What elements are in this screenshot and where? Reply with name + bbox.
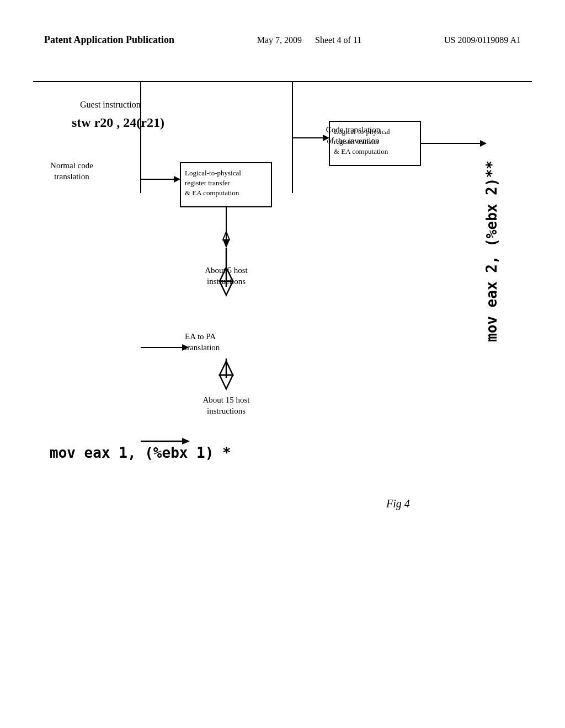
patent-number: US 2009/0119089 A1: [444, 33, 521, 47]
normal-code-label1: Normal code: [50, 161, 93, 170]
patent-number-text: US 2009/0119089 A1: [444, 35, 521, 45]
mov-eax-2: mov eax 2, (%ebx 2)**: [483, 160, 500, 342]
sheet-number: Sheet 4 of 11: [315, 35, 361, 45]
mov-eax-1: mov eax 1, (%ebx 1) *: [50, 445, 231, 461]
pub-date: May 7, 2009: [257, 35, 302, 45]
about15-line2: instructions: [207, 406, 246, 415]
logical-right-line1: Logical-to-physical: [334, 127, 390, 136]
ea-pa-line1: EA to PA: [185, 332, 216, 341]
normal-code-label2: translation: [54, 172, 89, 181]
arrow-logical-to-mov2: [480, 140, 487, 147]
page: Patent Application Publication May 7, 20…: [0, 0, 565, 728]
arrow-down-left: [223, 240, 230, 248]
publication-title: Patent Application Publication: [44, 33, 174, 47]
guest-instruction-label: Guest instruction: [80, 100, 141, 109]
ea-pa-line2: translation: [185, 343, 220, 352]
header: Patent Application Publication May 7, 20…: [0, 33, 565, 47]
logical-left-line3: & EA computation: [185, 189, 239, 197]
arrow-normal-to-logical: [174, 176, 180, 183]
fig-label: Fig 4: [386, 497, 410, 510]
logical-right-line2: register transfer: [334, 137, 380, 146]
stw-instruction: stw r20 , 24(r21): [72, 115, 164, 130]
about15-line1: About 15 host: [202, 395, 250, 404]
diagram-svg: Guest instruction stw r20 , 24(r21) Norm…: [0, 77, 565, 711]
logical-left-line1: Logical-to-physical: [185, 169, 241, 177]
logical-right-line3: & EA computation: [334, 147, 388, 156]
pub-title-text: Patent Application Publication: [44, 34, 174, 45]
logical-left-line2: register transfer: [185, 179, 231, 187]
header-date-sheet: May 7, 2009 Sheet 4 of 11: [257, 33, 362, 47]
arrow-to-mov1: [182, 438, 190, 445]
